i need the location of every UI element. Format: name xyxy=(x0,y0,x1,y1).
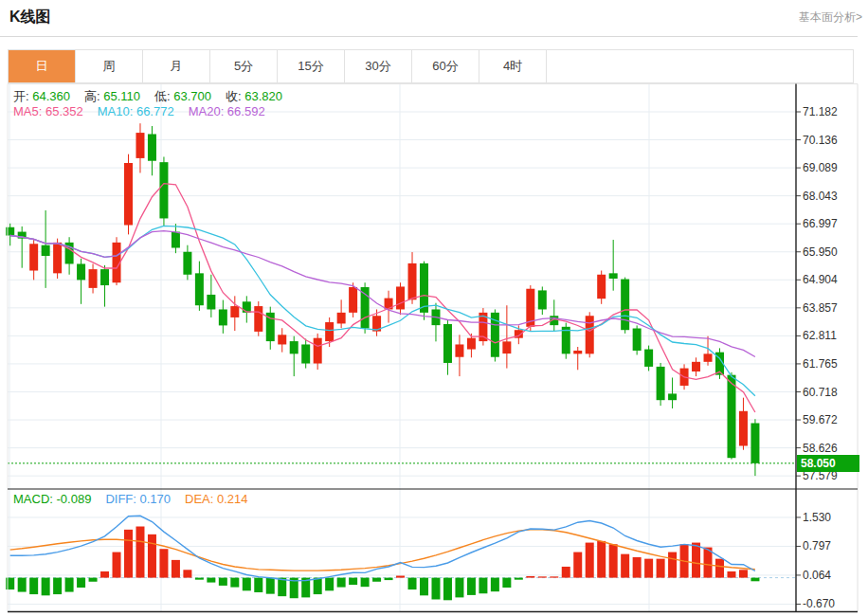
price-axis-label: 66.997 xyxy=(803,217,858,230)
macd-row-item: DEA: 0.214 xyxy=(185,492,248,506)
macd-axis-label: 0.797 xyxy=(803,539,858,553)
candle-down xyxy=(727,375,735,459)
macd-histogram-bar xyxy=(609,544,618,577)
macd-histogram-bar xyxy=(515,578,523,580)
candle-down xyxy=(183,252,191,275)
candle-up xyxy=(254,306,262,332)
macd-histogram-bar xyxy=(266,578,275,594)
tab-period-7[interactable]: 4时 xyxy=(479,50,547,82)
tab-period-5[interactable]: 30分 xyxy=(345,50,412,82)
candle-up xyxy=(597,275,606,299)
macd-histogram-bar xyxy=(254,578,262,592)
candle-up xyxy=(467,338,476,350)
ohlc-row-item: 高: 65.110 xyxy=(84,89,140,103)
macd-histogram-bar xyxy=(479,578,487,594)
macd-histogram-bar xyxy=(172,560,180,578)
macd-histogram-bar xyxy=(727,571,735,578)
macd-histogram-bar xyxy=(42,578,50,596)
candle-down xyxy=(750,423,759,462)
macd-row-item: MACD: -0.089 xyxy=(13,492,91,506)
price-axis-label: 68.043 xyxy=(803,190,858,203)
candle-up xyxy=(29,244,38,270)
macd-histogram-bar xyxy=(644,559,653,578)
candle-down xyxy=(538,290,547,309)
period-tabbar: 日周月5分15分30分60分4时 xyxy=(8,49,854,83)
tab-period-6[interactable]: 60分 xyxy=(412,50,479,82)
macd-histogram-bar xyxy=(29,578,38,594)
candle-up xyxy=(136,133,144,158)
macd-histogram-bar xyxy=(372,578,381,582)
candle-down xyxy=(290,341,298,353)
macd-histogram-bar xyxy=(243,578,251,591)
macd-histogram-bar xyxy=(195,578,204,580)
fundamental-analysis-link[interactable]: 基本面分析> xyxy=(799,9,862,26)
macd-histogram-bar xyxy=(420,578,428,596)
tab-period-0[interactable]: 日 xyxy=(9,50,76,82)
price-axis-label: 60.718 xyxy=(803,386,858,399)
macd-histogram-bar xyxy=(207,578,215,583)
macd-histogram-bar xyxy=(325,578,334,591)
candle-down xyxy=(100,269,109,285)
macd-histogram-bar xyxy=(455,578,463,598)
price-axis-label: 61.765 xyxy=(803,357,858,371)
price-axis-label: 64.904 xyxy=(803,273,858,286)
dea-line xyxy=(10,530,755,571)
tab-period-4[interactable]: 15分 xyxy=(278,50,345,82)
macd-histogram-bar xyxy=(467,578,476,595)
macd-histogram-bar xyxy=(136,527,144,578)
macd-histogram-bar xyxy=(657,559,665,578)
macd-histogram-bar xyxy=(586,543,594,578)
candle-down xyxy=(243,301,251,313)
candle-up xyxy=(408,263,417,299)
macd-histogram-bar xyxy=(18,578,27,592)
tab-period-3[interactable]: 5分 xyxy=(210,50,278,82)
page-title: K线图 xyxy=(9,8,51,27)
macd-histogram-bar xyxy=(597,541,606,578)
macd-histogram-bar xyxy=(230,578,239,588)
macd-histogram-bar xyxy=(100,571,109,578)
macd-histogram-bar xyxy=(361,578,370,588)
macd-histogram-bar xyxy=(385,578,393,580)
ohlc-row-item: 开: 64.360 xyxy=(13,89,70,103)
candle-up xyxy=(124,163,133,226)
macd-axis-label: 1.530 xyxy=(803,511,858,524)
macd-axis-label: -0.670 xyxy=(803,597,858,610)
candle-up xyxy=(455,344,463,356)
macd-histogram-bar xyxy=(562,567,570,578)
macd-histogram-bar xyxy=(183,570,191,577)
candle-down xyxy=(420,263,428,313)
macd-histogram-bar xyxy=(526,576,534,578)
candle-up xyxy=(502,341,511,353)
macd-histogram-bar xyxy=(53,578,62,594)
macd-histogram-bar xyxy=(314,578,322,594)
macd-histogram-bar xyxy=(502,578,511,588)
price-axis-label: 58.626 xyxy=(803,442,858,455)
tab-period-2[interactable]: 月 xyxy=(143,50,210,82)
price-axis-label: 70.136 xyxy=(803,134,858,147)
price-axis-label: 63.857 xyxy=(803,301,858,315)
candle-down xyxy=(77,263,85,280)
macd-histogram-bar xyxy=(113,553,121,578)
candle-down xyxy=(148,134,156,160)
candle-up xyxy=(278,335,286,344)
macd-histogram-bar xyxy=(739,570,748,577)
candle-up xyxy=(396,286,405,309)
candle-up xyxy=(739,411,748,446)
candle-down xyxy=(657,367,665,400)
macd-histogram-bar xyxy=(65,578,74,592)
kline-chart-area[interactable] xyxy=(0,83,868,616)
candle-up xyxy=(692,362,700,371)
candle-down xyxy=(172,232,180,248)
candle-down xyxy=(621,280,629,331)
title-divider xyxy=(0,36,858,37)
macd-histogram-bar xyxy=(148,534,156,578)
candle-down xyxy=(42,245,50,256)
candle-up xyxy=(704,353,713,361)
macd-histogram-bar xyxy=(491,578,499,592)
ma20-line xyxy=(10,231,755,357)
macd-histogram-bar xyxy=(550,576,558,577)
macd-row-item: DIFF: 0.170 xyxy=(105,492,171,506)
candle-up xyxy=(349,287,357,313)
tab-period-1[interactable]: 周 xyxy=(76,50,143,82)
candle-up xyxy=(53,243,62,273)
